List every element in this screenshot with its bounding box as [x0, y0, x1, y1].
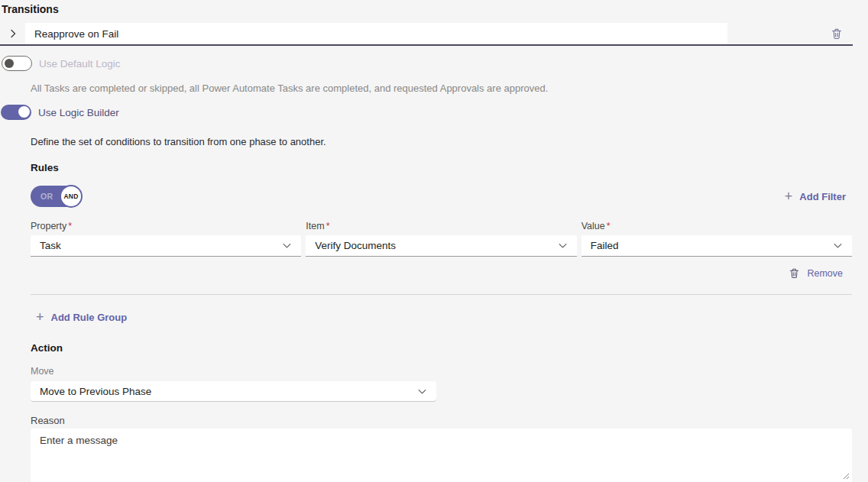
add-rule-group-label: Add Rule Group — [51, 312, 128, 323]
use-default-logic-toggle[interactable] — [2, 56, 32, 71]
chevron-down-icon — [833, 241, 843, 251]
add-rule-group-row: + Add Rule Group — [36, 311, 868, 325]
item-dropdown-value: Verify Documents — [315, 240, 396, 251]
move-dropdown-value: Move to Previous Phase — [40, 386, 151, 397]
chevron-right-icon — [8, 29, 18, 38]
action-heading: Action — [31, 342, 868, 354]
chevron-down-icon — [558, 241, 568, 251]
value-label: Value* — [581, 221, 852, 231]
filter-field-item: Item* Verify Documents — [306, 221, 576, 257]
property-dropdown-value: Task — [40, 240, 61, 251]
transitions-panel: Transitions Use Default Logic All Tasks … — [0, 0, 868, 482]
value-dropdown-value: Failed — [591, 240, 619, 251]
property-label: Property* — [31, 221, 301, 231]
operator-and-knob: AND — [60, 185, 83, 208]
add-filter-button[interactable]: + Add Filter — [785, 191, 846, 202]
transition-expand-button[interactable] — [0, 23, 25, 44]
item-dropdown[interactable]: Verify Documents — [306, 235, 576, 257]
default-logic-description: All Tasks are completed or skipped, all … — [31, 82, 868, 94]
divider — [31, 294, 852, 295]
add-filter-label: Add Filter — [799, 191, 846, 202]
toggle-knob — [5, 59, 14, 68]
filter-fields-row: Property* Task Item* Verify Documents Va… — [31, 221, 852, 257]
transition-row-spacer — [727, 23, 821, 44]
use-default-logic-row: Use Default Logic — [2, 56, 868, 71]
property-dropdown[interactable]: Task — [31, 235, 301, 257]
remove-row: Remove — [0, 267, 843, 279]
transition-name-input[interactable] — [25, 23, 727, 44]
required-marker: * — [607, 221, 611, 231]
logic-builder-description: Define the set of conditions to transiti… — [31, 136, 868, 147]
trash-icon — [789, 267, 800, 279]
required-marker: * — [68, 221, 72, 231]
move-label: Move — [31, 366, 868, 377]
remove-label: Remove — [807, 268, 843, 279]
use-logic-builder-toggle[interactable] — [1, 105, 31, 120]
chevron-down-icon — [282, 241, 292, 251]
required-marker: * — [326, 221, 330, 231]
use-logic-builder-row: Use Logic Builder — [1, 105, 868, 120]
operator-or-label: OR — [40, 192, 53, 201]
page-title: Transitions — [0, 0, 868, 15]
trash-icon — [831, 27, 843, 40]
add-rule-group-button[interactable]: + Add Rule Group — [36, 312, 127, 323]
delete-transition-button[interactable] — [821, 23, 853, 44]
reason-label: Reason — [31, 415, 868, 426]
transition-row — [0, 23, 853, 46]
value-dropdown[interactable]: Failed — [581, 235, 852, 257]
filter-field-value: Value* Failed — [581, 221, 852, 257]
toggle-knob — [18, 106, 30, 118]
remove-filter-button[interactable]: Remove — [789, 267, 843, 279]
item-label: Item* — [306, 221, 576, 231]
use-default-logic-label: Use Default Logic — [39, 58, 121, 70]
rules-toolbar: OR AND + Add Filter — [31, 186, 846, 207]
chevron-down-icon — [417, 387, 427, 396]
move-dropdown[interactable]: Move to Previous Phase — [31, 381, 436, 402]
plus-icon: + — [785, 191, 793, 202]
use-logic-builder-label: Use Logic Builder — [38, 107, 119, 118]
plus-icon: + — [36, 312, 44, 322]
filter-field-property: Property* Task — [31, 221, 301, 257]
rule-operator-toggle[interactable]: OR AND — [31, 186, 81, 207]
reason-field — [31, 429, 852, 482]
reason-textarea[interactable] — [31, 429, 852, 482]
rules-heading: Rules — [31, 162, 868, 173]
